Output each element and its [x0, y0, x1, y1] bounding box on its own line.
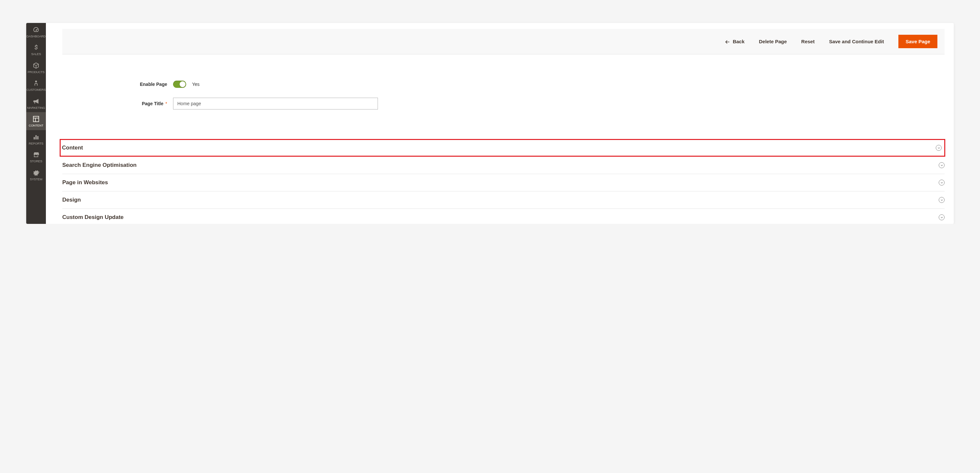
- save-continue-button[interactable]: Save and Continue Edit: [829, 39, 884, 44]
- svg-rect-4: [34, 137, 35, 139]
- admin-sidebar: DASHBOARD SALES PRODUCTS CUSTOMERS: [26, 23, 46, 224]
- svg-rect-1: [33, 116, 39, 122]
- main-content: Back Delete Page Reset Save and Continue…: [46, 23, 954, 224]
- page-title-input[interactable]: [173, 98, 378, 110]
- sidebar-item-sales[interactable]: SALES: [26, 41, 46, 58]
- svg-rect-5: [35, 135, 37, 139]
- toggle-knob: [180, 81, 186, 87]
- page-title-row: Page Title*: [62, 98, 945, 110]
- sidebar-item-label: SYSTEM: [30, 178, 42, 181]
- delete-page-button[interactable]: Delete Page: [759, 39, 787, 44]
- gear-icon: [32, 169, 40, 176]
- admin-frame: DASHBOARD SALES PRODUCTS CUSTOMERS: [26, 23, 954, 224]
- save-page-button[interactable]: Save Page: [898, 35, 937, 48]
- sidebar-item-dashboard[interactable]: DASHBOARD: [26, 23, 46, 41]
- chevron-down-icon: [936, 145, 942, 151]
- section-custom-design-update[interactable]: Custom Design Update: [62, 209, 945, 224]
- gauge-icon: [32, 26, 40, 33]
- sidebar-item-label: DASHBOARD: [27, 35, 46, 38]
- fieldset-sections: Content Search Engine Optimisation Page …: [62, 139, 945, 224]
- sidebar-item-products[interactable]: PRODUCTS: [26, 59, 46, 76]
- section-seo[interactable]: Search Engine Optimisation: [62, 157, 945, 174]
- sidebar-item-system[interactable]: SYSTEM: [26, 166, 46, 183]
- sidebar-item-label: SALES: [31, 53, 41, 56]
- sidebar-item-label: CUSTOMERS: [27, 88, 46, 91]
- section-title: Search Engine Optimisation: [62, 162, 137, 169]
- page-actions-toolbar: Back Delete Page Reset Save and Continue…: [62, 29, 945, 54]
- sidebar-item-label: REPORTS: [29, 142, 43, 145]
- box-icon: [32, 62, 40, 69]
- svg-point-0: [35, 81, 37, 83]
- layout-icon: [32, 115, 40, 123]
- enable-page-label: Enable Page: [62, 81, 167, 87]
- sidebar-item-marketing[interactable]: MARKETING: [26, 94, 46, 112]
- required-mark: *: [165, 101, 167, 106]
- sidebar-item-stores[interactable]: STORES: [26, 148, 46, 166]
- storefront-icon: [32, 151, 40, 158]
- enable-page-row: Enable Page Yes: [62, 81, 945, 88]
- sidebar-item-label: MARKETING: [27, 106, 45, 110]
- form-body: Enable Page Yes Page Title*: [62, 54, 945, 132]
- section-title: Design: [62, 197, 81, 203]
- sidebar-item-label: STORES: [30, 160, 42, 163]
- page-title-label: Page Title*: [62, 101, 167, 106]
- megaphone-icon: [32, 98, 40, 105]
- person-icon: [32, 80, 40, 87]
- svg-rect-6: [37, 136, 39, 139]
- chevron-down-icon: [939, 197, 945, 203]
- section-content[interactable]: Content: [60, 139, 945, 157]
- section-title: Content: [62, 145, 83, 151]
- chart-icon: [32, 134, 40, 141]
- reset-button[interactable]: Reset: [801, 39, 815, 44]
- enable-page-value: Yes: [192, 81, 200, 87]
- sidebar-item-reports[interactable]: REPORTS: [26, 130, 46, 148]
- sidebar-item-label: CONTENT: [29, 124, 44, 127]
- sidebar-item-customers[interactable]: CUSTOMERS: [26, 76, 46, 94]
- sidebar-item-label: PRODUCTS: [27, 70, 45, 74]
- back-button-label: Back: [733, 39, 745, 44]
- arrow-left-icon: [725, 39, 730, 44]
- chevron-down-icon: [939, 162, 945, 168]
- chevron-down-icon: [939, 214, 945, 220]
- dollar-icon: [32, 44, 40, 51]
- section-title: Custom Design Update: [62, 214, 124, 221]
- section-title: Page in Websites: [62, 179, 108, 186]
- back-button[interactable]: Back: [725, 39, 745, 44]
- chevron-down-icon: [939, 180, 945, 186]
- section-page-in-websites[interactable]: Page in Websites: [62, 174, 945, 191]
- section-design[interactable]: Design: [62, 191, 945, 209]
- enable-page-toggle[interactable]: [173, 81, 186, 88]
- sidebar-item-content[interactable]: CONTENT: [26, 112, 46, 130]
